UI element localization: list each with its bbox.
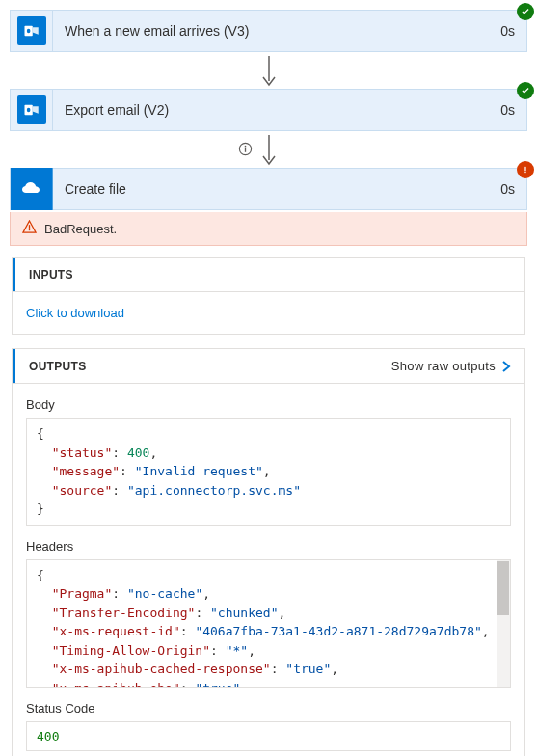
status-code-value[interactable]: 400 [26,721,511,751]
step-title: When a new email arrives (V3) [53,23,489,39]
svg-rect-12 [29,230,30,230]
body-message-value: Invalid request [143,464,255,478]
step-duration: 0s [489,181,526,197]
step-title: Create file [53,181,489,197]
chevron-right-icon [501,361,511,372]
status-code-label: Status Code [26,701,511,716]
error-icon [517,161,534,178]
svg-point-6 [244,146,246,148]
outputs-panel: OUTPUTS Show raw outputs Body { "status"… [12,348,525,756]
svg-rect-10 [524,172,525,173]
scrollbar[interactable] [497,560,510,687]
headers-output[interactable]: { "Pragma": "no-cache", "Transfer-Encodi… [26,559,511,688]
svg-point-1 [26,29,30,34]
info-icon [238,142,253,159]
step-export-email[interactable]: Export email (V2) 0s [10,89,527,131]
svg-rect-11 [29,225,30,229]
check-icon [517,3,534,20]
body-status-value: 400 [127,446,149,460]
body-output[interactable]: { "status": 400, "message": "Invalid req… [26,418,511,526]
outputs-header: OUTPUTS Show raw outputs [13,349,524,383]
step-when-email-arrives[interactable]: When a new email arrives (V3) 0s [10,10,527,52]
check-icon [517,82,534,99]
flow-arrow [10,133,527,168]
step-create-file[interactable]: Create file 0s [10,168,527,210]
warning-icon [22,220,37,237]
show-raw-outputs-button[interactable]: Show raw outputs [391,359,511,373]
step-title: Export email (V2) [53,102,489,118]
svg-point-4 [26,108,30,113]
error-message: BadRequest. [44,222,117,236]
body-source-value: api.connectorp.svc.ms [135,483,293,498]
inputs-header: INPUTS [13,258,524,291]
svg-rect-7 [244,148,245,152]
inputs-panel: INPUTS Click to download [12,257,525,335]
onedrive-icon [11,168,53,210]
body-label: Body [26,397,511,412]
headers-label: Headers [26,539,511,554]
outlook-icon [11,10,53,52]
inputs-header-label: INPUTS [29,268,73,282]
error-banner: BadRequest. [10,212,527,246]
outlook-icon [11,89,53,131]
flow-arrow [10,54,527,89]
svg-rect-9 [524,167,525,171]
download-inputs-link[interactable]: Click to download [26,306,124,320]
step-duration: 0s [489,23,526,39]
step-duration: 0s [489,102,526,118]
outputs-header-label: OUTPUTS [29,360,86,373]
show-raw-label: Show raw outputs [391,359,496,373]
